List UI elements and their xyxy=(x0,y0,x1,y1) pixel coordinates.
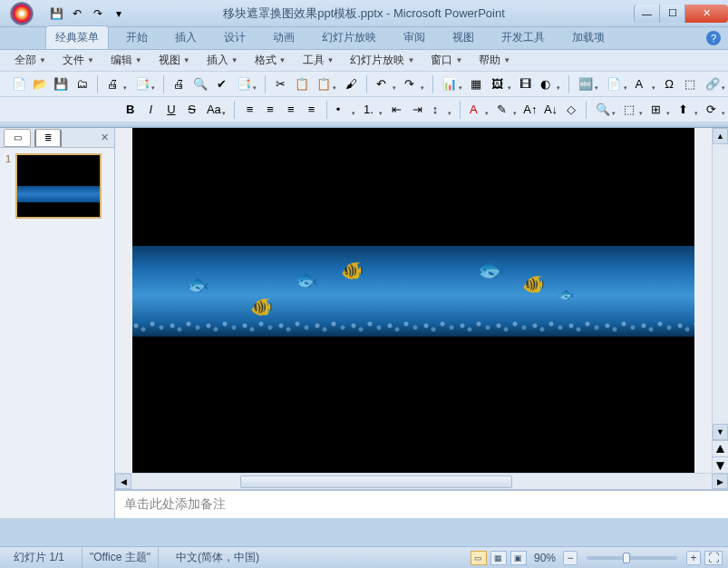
save-button[interactable]: 💾 xyxy=(52,74,71,94)
find-button[interactable]: 🔍 xyxy=(592,100,617,120)
menu-tools[interactable]: 工具▼ xyxy=(297,51,340,70)
research-button[interactable]: 📑 xyxy=(233,74,259,94)
hscroll-track[interactable] xyxy=(131,474,712,489)
menu-help[interactable]: 帮助▼ xyxy=(473,51,516,70)
header-footer-button[interactable]: 📄 xyxy=(603,74,629,94)
menu-edit[interactable]: 编辑▼ xyxy=(105,51,148,70)
font-grow-button[interactable]: A↑ xyxy=(521,100,540,120)
cut-button[interactable]: ✂ xyxy=(271,74,290,94)
indent-inc-button[interactable]: ⇥ xyxy=(408,100,427,120)
menu-slideshow[interactable]: 幻灯片放映▼ xyxy=(345,51,420,70)
menu-format[interactable]: 格式▼ xyxy=(249,51,292,70)
ribbon-tab-developer[interactable]: 开发工具 xyxy=(491,25,555,49)
picture-button[interactable]: 🖼 xyxy=(488,74,514,94)
slide-thumbnail-1[interactable] xyxy=(15,153,102,219)
redo-button[interactable]: ↷ xyxy=(401,74,427,94)
scroll-right-button[interactable]: ▶ xyxy=(712,474,728,489)
textbox-button[interactable]: 🔤 xyxy=(575,74,601,94)
clear-format-button[interactable]: ◇ xyxy=(562,100,581,120)
horizontal-scrollbar[interactable]: ◀ ▶ xyxy=(115,473,728,489)
group-button[interactable]: ⊞ xyxy=(647,100,673,120)
zoom-knob[interactable] xyxy=(623,553,630,563)
templates-button[interactable]: 📑 xyxy=(131,74,158,94)
strike-button[interactable]: S xyxy=(182,100,201,120)
saveall-button[interactable]: 🗂 xyxy=(73,74,92,94)
prev-slide-button[interactable]: ⯅ xyxy=(713,440,728,456)
qat-customize-button[interactable]: ▾ xyxy=(110,5,128,23)
underline-button[interactable]: U xyxy=(162,100,181,120)
change-case-button[interactable]: Aa xyxy=(203,100,228,120)
scroll-down-button[interactable]: ▼ xyxy=(713,424,728,440)
qat-redo-button[interactable]: ↷ xyxy=(89,5,107,23)
rotate-button[interactable]: ⟳ xyxy=(703,100,728,120)
justify-button[interactable]: ≡ xyxy=(302,100,321,120)
ribbon-tab-classic[interactable]: 经典菜单 xyxy=(45,25,109,49)
align-left-button[interactable]: ≡ xyxy=(240,100,259,120)
paste-button[interactable]: 📋 xyxy=(313,74,339,94)
status-language[interactable]: 中文(简体，中国) xyxy=(168,547,267,568)
outline-tab[interactable]: ≣ xyxy=(34,129,62,147)
table-button[interactable]: ▦ xyxy=(467,74,486,94)
close-button[interactable]: ✕ xyxy=(684,5,728,23)
ribbon-tab-slideshow[interactable]: 幻灯片放映 xyxy=(312,25,386,49)
zoom-slider[interactable] xyxy=(587,556,677,560)
ribbon-tab-insert[interactable]: 插入 xyxy=(165,25,207,49)
arrange-button[interactable]: ⬆ xyxy=(675,100,700,120)
italic-button[interactable]: I xyxy=(141,100,160,120)
slideshow-view-button[interactable]: ▣ xyxy=(510,551,527,565)
clipart-button[interactable]: 🎞 xyxy=(516,74,535,94)
ribbon-tab-review[interactable]: 审阅 xyxy=(393,25,435,49)
object-button[interactable]: ⬚ xyxy=(681,74,700,94)
copy-button[interactable]: 📋 xyxy=(292,74,311,94)
normal-view-button[interactable]: ▭ xyxy=(471,551,487,565)
scroll-left-button[interactable]: ◀ xyxy=(115,474,131,489)
slide-canvas[interactable]: 🐟 🐠 🐟 🐠 🐟 🐠 🐟 xyxy=(132,128,694,473)
ribbon-tab-animation[interactable]: 动画 xyxy=(263,25,305,49)
undo-button[interactable]: ↶ xyxy=(373,74,399,94)
ribbon-tab-addins[interactable]: 加载项 xyxy=(562,25,615,49)
next-slide-button[interactable]: ⯆ xyxy=(713,456,728,473)
spell-button[interactable]: ✔ xyxy=(212,74,231,94)
new-button[interactable]: 📄 xyxy=(9,74,28,94)
preview-button[interactable]: 🔍 xyxy=(190,74,209,94)
zoom-in-button[interactable]: + xyxy=(686,551,701,565)
shapes-button[interactable]: ◐ xyxy=(537,74,563,94)
bullets-button[interactable]: • xyxy=(333,100,358,120)
line-spacing-button[interactable]: ↕ xyxy=(429,100,454,120)
panel-close-button[interactable]: ✕ xyxy=(101,132,109,143)
sorter-view-button[interactable]: ▦ xyxy=(490,551,507,565)
menu-file[interactable]: 文件▼ xyxy=(57,51,100,70)
ribbon-tab-home[interactable]: 开始 xyxy=(116,25,158,49)
zoom-label[interactable]: 90% xyxy=(534,552,556,564)
select-button[interactable]: ⬚ xyxy=(620,100,645,120)
bold-button[interactable]: B xyxy=(121,100,140,120)
maximize-button[interactable]: ☐ xyxy=(659,5,684,23)
menu-insert[interactable]: 插入▼ xyxy=(201,51,244,70)
menu-window[interactable]: 窗口▼ xyxy=(425,51,468,70)
zoom-out-button[interactable]: − xyxy=(563,551,578,565)
qat-save-button[interactable]: 💾 xyxy=(47,5,65,23)
vertical-scrollbar[interactable]: ▲ ▼ ⯅ ⯆ xyxy=(712,128,728,473)
align-center-button[interactable]: ≡ xyxy=(261,100,280,120)
open-button[interactable]: 📂 xyxy=(30,74,49,94)
help-button[interactable]: ? xyxy=(706,31,721,45)
slides-tab[interactable]: ▭ xyxy=(4,129,31,147)
highlight-button[interactable]: ✎ xyxy=(493,100,519,120)
menu-view[interactable]: 视图▼ xyxy=(153,51,196,70)
minimize-button[interactable]: — xyxy=(634,5,659,23)
symbol-button[interactable]: Ω xyxy=(660,74,679,94)
ribbon-tab-design[interactable]: 设计 xyxy=(214,25,256,49)
print-button[interactable]: 🖨 xyxy=(170,74,189,94)
chart-button[interactable]: 📊 xyxy=(439,74,465,94)
wordart-button[interactable]: A xyxy=(632,74,658,94)
fit-to-window-button[interactable]: ⛶ xyxy=(704,551,723,565)
indent-dec-button[interactable]: ⇤ xyxy=(387,100,406,120)
print-quick-button[interactable]: 🖨 xyxy=(103,74,130,94)
numbering-button[interactable]: 1. xyxy=(360,100,385,120)
menu-all[interactable]: 全部▼ xyxy=(9,51,52,70)
qat-undo-button[interactable]: ↶ xyxy=(68,5,86,23)
notes-pane[interactable]: 单击此处添加备注 xyxy=(115,489,728,518)
align-right-button[interactable]: ≡ xyxy=(281,100,300,120)
office-button[interactable] xyxy=(4,0,40,27)
format-painter-button[interactable]: 🖌 xyxy=(341,74,360,94)
